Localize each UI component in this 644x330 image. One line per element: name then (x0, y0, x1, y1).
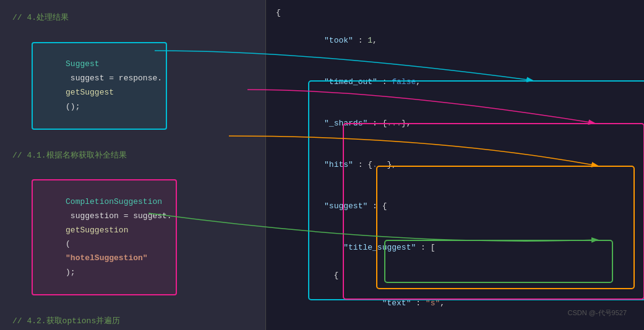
comment-line-1: // 4.处理结果 (12, 11, 253, 25)
json-line-2: "timed_out" : false, (276, 61, 634, 103)
code-line-pink: CompletionSuggestion suggestion = sugges… (12, 166, 253, 310)
comment-line-3: // 4.2.获取options并遍历 (12, 315, 253, 329)
json-line-1: "took" : 1, (276, 20, 634, 61)
json-line-3: "_shards" : {...}, (276, 103, 634, 145)
highlight-pink: CompletionSuggestion suggestion = sugges… (32, 179, 176, 295)
comment-line-2: // 4.1.根据名称获取补全结果 (12, 149, 253, 163)
right-content: { "took" : 1, "timed_out" : false, "_sha… (276, 6, 634, 324)
json-line-0: { (276, 6, 634, 20)
json-line-7: { (276, 269, 634, 282)
json-line-5: "suggest" : { (276, 186, 634, 227)
highlight-cyan: Suggest suggest = response. getSuggest (… (32, 42, 167, 130)
json-line-4: "hits" : {...}, (276, 145, 634, 186)
right-panel: { "took" : 1, "timed_out" : false, "_sha… (266, 0, 644, 330)
json-line-6: "title_suggest" : [ (276, 227, 634, 269)
json-line-9: "offset" : 0, (276, 324, 634, 330)
code-line-cyan: Suggest suggest = response. getSuggest (… (12, 28, 253, 144)
left-panel: // 4.处理结果 Suggest suggest = response. ge… (0, 0, 266, 330)
watermark: CSDN @-代号9527 (567, 308, 627, 319)
